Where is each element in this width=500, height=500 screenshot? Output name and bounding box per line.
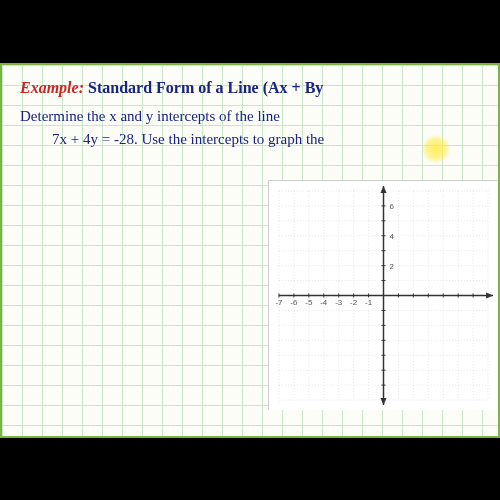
example-label: Example: <box>20 79 84 96</box>
svg-text:-2: -2 <box>350 298 358 307</box>
svg-text:-1: -1 <box>365 298 373 307</box>
question-rest: Use the intercepts to graph the <box>138 131 325 147</box>
x-arrow-right <box>486 292 493 298</box>
slide-canvas: Example: Standard Form of a Line (Ax + B… <box>0 63 500 438</box>
svg-text:4: 4 <box>389 231 394 240</box>
svg-text:-6: -6 <box>290 298 298 307</box>
cursor-highlight <box>422 135 450 163</box>
title-row: Example: Standard Form of a Line (Ax + B… <box>20 79 490 97</box>
question-line-1: Determine the x and y intercepts of the … <box>20 105 490 128</box>
svg-text:-4: -4 <box>320 298 328 307</box>
question-line-2: 7x + 4y = -28. Use the intercepts to gra… <box>20 131 490 148</box>
graph-svg: -7-6-5-4-3-2-1246 <box>269 181 498 410</box>
title-heading: Standard Form of a Line (Ax + By <box>88 79 323 96</box>
equation-text: 7x + 4y = -28. <box>52 131 138 147</box>
slide-content: Example: Standard Form of a Line (Ax + B… <box>2 65 498 436</box>
svg-text:6: 6 <box>389 201 394 210</box>
svg-text:-5: -5 <box>305 298 313 307</box>
y-arrow-up <box>381 185 387 192</box>
y-arrow-down <box>381 398 387 405</box>
svg-text:-7: -7 <box>275 298 283 307</box>
svg-text:-3: -3 <box>335 298 343 307</box>
coordinate-plane: -7-6-5-4-3-2-1246 <box>268 180 498 410</box>
svg-text:2: 2 <box>389 261 394 270</box>
